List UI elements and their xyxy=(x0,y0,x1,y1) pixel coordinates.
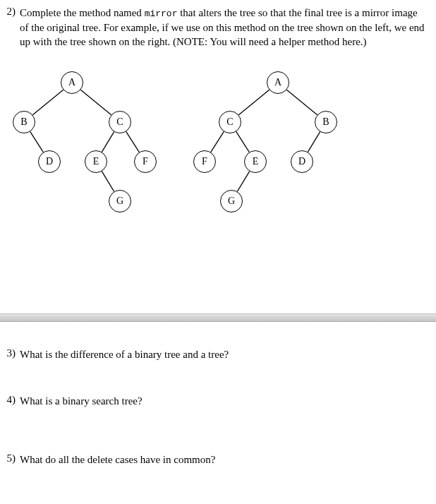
q2-pre: Complete the method named xyxy=(20,7,145,18)
q2-code: mirror xyxy=(145,8,178,19)
question-4: 4) What is a binary search tree? xyxy=(3,394,428,408)
question-4-number: 4) xyxy=(3,394,20,408)
svg-line-4 xyxy=(126,132,140,152)
svg-line-2 xyxy=(30,132,44,152)
question-2-number: 2) xyxy=(3,6,20,49)
svg-line-11 xyxy=(237,172,249,192)
tree-node-d: D xyxy=(291,150,313,173)
question-3-number: 3) xyxy=(3,347,20,361)
svg-line-3 xyxy=(102,132,114,152)
tree-node-c: C xyxy=(219,111,241,133)
tree-node-b: B xyxy=(315,111,337,133)
tree-right: ACBFEDG xyxy=(188,61,343,245)
tree-node-c: C xyxy=(109,111,131,133)
svg-line-5 xyxy=(102,172,114,192)
question-3-body: What is the difference of a binary tree … xyxy=(20,347,428,361)
tree-node-d: D xyxy=(38,150,61,173)
tree-node-f: F xyxy=(134,150,157,173)
question-5-body: What do all the delete cases have in com… xyxy=(20,452,428,467)
tree-node-a: A xyxy=(61,71,83,94)
tree-left: ABCDEFG xyxy=(7,61,162,245)
tree-node-g: G xyxy=(220,190,243,212)
svg-line-7 xyxy=(286,90,317,115)
svg-line-1 xyxy=(80,90,111,115)
tree-node-b: B xyxy=(13,111,35,133)
question-5-number: 5) xyxy=(3,452,20,467)
question-3: 3) What is the difference of a binary tr… xyxy=(3,347,428,361)
tree-node-g: G xyxy=(109,190,131,212)
svg-line-10 xyxy=(308,132,320,152)
tree-node-e: E xyxy=(85,150,107,173)
svg-line-0 xyxy=(32,90,63,115)
svg-line-6 xyxy=(238,90,269,115)
tree-node-a: A xyxy=(267,71,289,94)
question-5: 5) What do all the delete cases have in … xyxy=(3,452,428,467)
svg-line-9 xyxy=(236,132,250,152)
question-4-body: What is a binary search tree? xyxy=(20,394,428,408)
tree-node-f: F xyxy=(193,150,216,173)
section-separator xyxy=(0,313,436,322)
tree-node-e: E xyxy=(244,150,267,173)
question-2: 2) Complete the method named mirror that… xyxy=(3,6,428,49)
svg-line-8 xyxy=(211,132,224,152)
tree-diagram: ABCDEFG ACBFEDG xyxy=(3,61,428,245)
question-2-body: Complete the method named mirror that al… xyxy=(20,6,428,49)
